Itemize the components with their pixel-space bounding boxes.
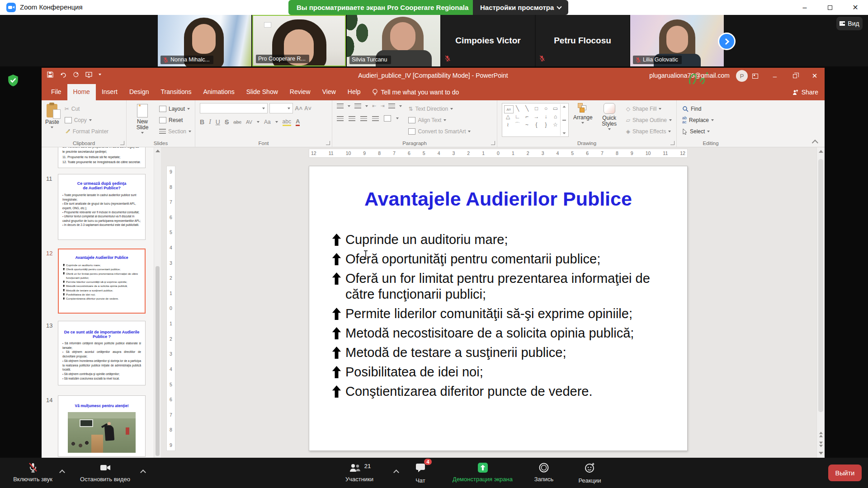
font-name-combo[interactable] bbox=[200, 103, 268, 113]
star-shape-icon[interactable]: ☆ bbox=[551, 121, 560, 129]
rounded-rect-shape-icon[interactable]: ▭ bbox=[551, 104, 560, 113]
arrow-line-shape-icon[interactable]: ╲ bbox=[522, 104, 532, 113]
triangle-shape-icon[interactable]: △ bbox=[503, 113, 513, 121]
stop-video-button[interactable]: Остановить видео bbox=[72, 462, 138, 483]
video-tile[interactable]: Lilia Golovatic bbox=[630, 15, 724, 66]
new-slide-button[interactable]: New Slide bbox=[130, 104, 155, 137]
bold-button[interactable]: B bbox=[200, 118, 204, 126]
ribbon-display-options-button[interactable] bbox=[745, 68, 765, 84]
shape-outline-button[interactable]: ▱Shape Outline bbox=[626, 114, 672, 126]
select-button[interactable]: Select bbox=[682, 126, 739, 137]
rectangle-shape-icon[interactable]: □ bbox=[532, 104, 541, 113]
reactions-button[interactable]: Реакции bbox=[571, 462, 609, 484]
tab-home[interactable]: Home bbox=[67, 84, 96, 100]
unmute-button[interactable]: Включить звук bbox=[5, 462, 61, 483]
tab-transitions[interactable]: Transitions bbox=[155, 84, 198, 100]
increase-indent-button[interactable]: ⇥ bbox=[380, 103, 384, 109]
line-shape-icon[interactable]: ╲ bbox=[513, 104, 522, 113]
text-direction-button[interactable]: ⇅Text Direction bbox=[408, 103, 471, 114]
replace-button[interactable]: abac Replace bbox=[682, 114, 739, 126]
panel-scrollbar[interactable] bbox=[154, 147, 161, 458]
highlight-color-button[interactable]: abc bbox=[283, 118, 291, 126]
line-spacing-button[interactable] bbox=[388, 103, 395, 108]
shapes-gallery[interactable]: A≡ ╲ ╲ □ ○ ▭ △ ∟ ⌐ → ↓ ⌂ ≀ bbox=[502, 103, 569, 137]
video-tile[interactable]: Nonna Mihalc... bbox=[158, 15, 251, 66]
account-email[interactable]: plugarualiona76@gmail.com bbox=[649, 72, 730, 79]
tab-insert[interactable]: Insert bbox=[96, 84, 123, 100]
shapes-scroll-up[interactable] bbox=[562, 106, 566, 108]
section-button[interactable]: Section bbox=[159, 126, 191, 137]
align-center-button[interactable] bbox=[349, 116, 355, 121]
chat-button[interactable]: 4 Чат bbox=[405, 462, 436, 484]
slide-thumbnail-13[interactable]: De ce sunt atât de importante Audierile … bbox=[58, 321, 146, 385]
strikethrough-button[interactable]: S bbox=[225, 118, 229, 126]
shape-fill-button[interactable]: ◇Shape Fill bbox=[626, 103, 672, 114]
shapes-more-button[interactable] bbox=[562, 132, 566, 134]
convert-smartart-button[interactable]: Convert to SmartArt bbox=[408, 126, 471, 137]
tab-help[interactable]: Help bbox=[342, 84, 367, 100]
tab-slide-show[interactable]: Slide Show bbox=[241, 84, 284, 100]
tab-review[interactable]: Review bbox=[284, 84, 316, 100]
pentagon-shape-icon[interactable]: ⌂ bbox=[551, 113, 560, 121]
video-tile-no-video[interactable]: Cimpoies Victor bbox=[441, 15, 535, 66]
slide-canvas[interactable]: Avantajele Audierilor Publice Cuprinde u… bbox=[309, 166, 688, 451]
scroll-up-arrow[interactable] bbox=[819, 150, 823, 153]
panel-scrollbar-thumb[interactable] bbox=[156, 266, 160, 456]
scribble-shape-icon[interactable]: ≀ bbox=[503, 121, 513, 129]
view-button[interactable]: Вид bbox=[836, 17, 863, 30]
right-brace-shape-icon[interactable]: } bbox=[541, 121, 551, 129]
video-options-chevron[interactable] bbox=[140, 469, 146, 475]
leave-button[interactable]: Выйти bbox=[828, 465, 862, 481]
slide-thumbnail-12-selected[interactable]: Avantajele Audierilor Publice Cuprinde u… bbox=[58, 249, 146, 314]
editor-scrollbar[interactable] bbox=[816, 147, 825, 458]
elbow-shape-icon[interactable]: ⌐ bbox=[522, 113, 532, 121]
ppt-close-button[interactable]: ✕ bbox=[805, 68, 825, 84]
video-tile[interactable]: Silvia Turcanu bbox=[347, 15, 440, 66]
find-button[interactable]: Find bbox=[682, 103, 739, 114]
right-angle-shape-icon[interactable]: ∟ bbox=[513, 113, 522, 121]
shape-effects-button[interactable]: ◈Shape Effects bbox=[626, 126, 672, 137]
tab-animations[interactable]: Animations bbox=[197, 84, 240, 100]
panel-scroll-up-arrow[interactable] bbox=[156, 150, 160, 152]
bullets-button[interactable] bbox=[337, 103, 344, 108]
align-text-button[interactable]: Align Text bbox=[408, 114, 471, 126]
slide-thumbnail-14[interactable]: Vă mulţumesc pentru atenţie! bbox=[58, 395, 146, 457]
columns-button[interactable] bbox=[384, 115, 391, 122]
character-spacing-button[interactable]: AV bbox=[246, 119, 252, 125]
change-case-button[interactable]: Aa bbox=[264, 119, 271, 125]
arrow-down-shape-icon[interactable]: ↓ bbox=[541, 113, 551, 121]
ppt-restore-button[interactable] bbox=[785, 68, 805, 84]
scroll-down-arrow[interactable] bbox=[818, 450, 824, 457]
editor-scrollbar-thumb[interactable] bbox=[818, 159, 823, 412]
italic-button[interactable]: I bbox=[209, 118, 211, 126]
decrease-font-button[interactable]: A˅ bbox=[304, 105, 311, 112]
font-color-button[interactable]: A bbox=[296, 118, 300, 126]
previous-slide-button[interactable] bbox=[818, 431, 824, 438]
screen-share-button[interactable]: Демонстрация экрана bbox=[441, 462, 524, 483]
quick-styles-button[interactable]: Quick Styles bbox=[597, 103, 622, 137]
tell-me-box[interactable]: Tell me what you want to do bbox=[367, 84, 465, 100]
reset-button[interactable]: Reset bbox=[159, 114, 191, 126]
format-painter-button[interactable]: Format Painter bbox=[65, 126, 108, 137]
font-size-combo[interactable] bbox=[269, 103, 293, 113]
slide-thumbnail-10-partial[interactable]: 10. Vorbitorii care au propunerile în sc… bbox=[58, 147, 146, 168]
video-tile-no-video[interactable]: Petru Flocosu bbox=[536, 15, 629, 66]
arrange-button[interactable]: Arrange bbox=[573, 103, 593, 137]
align-right-button[interactable] bbox=[360, 116, 367, 121]
numbering-button[interactable] bbox=[354, 103, 361, 108]
record-button[interactable]: Запись bbox=[528, 462, 560, 483]
strikethrough-abc-button[interactable]: abc bbox=[233, 119, 241, 125]
cut-button[interactable]: ✂Cut bbox=[65, 103, 108, 114]
ellipse-shape-icon[interactable]: ○ bbox=[541, 104, 551, 113]
layout-button[interactable]: Layout bbox=[159, 103, 191, 114]
tab-file[interactable]: File bbox=[45, 84, 67, 100]
ppt-minimize-button[interactable]: – bbox=[765, 68, 785, 84]
increase-font-button[interactable]: A˄ bbox=[295, 105, 302, 112]
paste-button[interactable]: Paste bbox=[45, 104, 59, 137]
left-brace-shape-icon[interactable]: { bbox=[532, 121, 541, 129]
collapse-ribbon-chevron[interactable] bbox=[812, 140, 818, 146]
arc-shape-icon[interactable]: ⌒ bbox=[513, 121, 522, 129]
copy-button[interactable]: Copy bbox=[65, 114, 108, 126]
slide-thumbnail-11[interactable]: Ce urmează după şedinţa de Audieri Publi… bbox=[58, 174, 146, 240]
arrow-right-shape-icon[interactable]: → bbox=[532, 113, 541, 121]
